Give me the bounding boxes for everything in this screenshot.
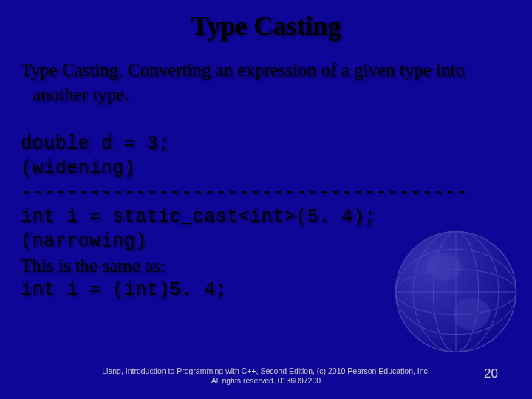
code-block: double d = 3; (widening) ---------------… xyxy=(21,132,511,302)
code-line-3: int i = static_cast<int>(5. 4); xyxy=(21,205,511,229)
code-line-6: int i = (int)5. 4; xyxy=(21,278,511,302)
page-number: 20 xyxy=(484,366,498,381)
code-line-1: double d = 3; xyxy=(21,132,511,156)
footer-line-1: Liang, Introduction to Programming with … xyxy=(0,366,532,376)
code-separator: --------------------------------------- xyxy=(21,180,511,205)
definition-text: Type Casting. Converting an expression o… xyxy=(21,58,511,106)
code-line-2: (widening) xyxy=(21,156,511,180)
code-line-5: This is the same as: xyxy=(21,253,511,278)
slide-title: Type Casting xyxy=(0,0,532,41)
footer-line-2: All rights reserved. 0136097200 xyxy=(0,376,532,386)
footer: Liang, Introduction to Programming with … xyxy=(0,366,532,386)
code-line-4: (narrowing) xyxy=(21,229,511,253)
slide: Type Casting Type Casting. Converting an… xyxy=(0,0,532,399)
slide-body: Type Casting. Converting an expression o… xyxy=(0,41,532,302)
